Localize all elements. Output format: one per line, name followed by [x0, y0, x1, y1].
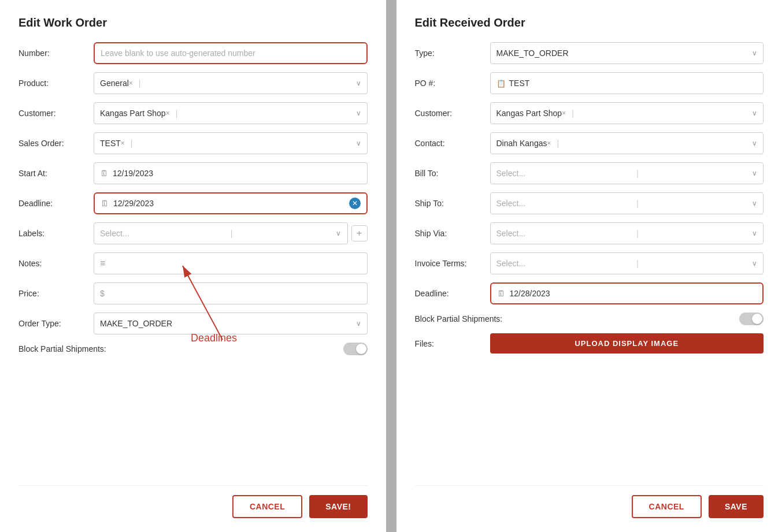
dollar-icon: $ — [100, 289, 105, 298]
deadline-clear-icon: ✕ — [352, 199, 358, 207]
order-type-label: Order Type: — [18, 319, 94, 328]
upload-display-image-button[interactable]: UPLOAD DISPLAY IMAGE — [490, 333, 764, 354]
ship-to-chevron-icon[interactable]: ∨ — [752, 199, 757, 207]
product-label: Product: — [18, 79, 94, 88]
right-customer-separator: | — [572, 109, 574, 118]
right-deadline-row: Deadline: 🗓 12/28/2023 — [415, 282, 764, 304]
type-select[interactable]: MAKE_TO_ORDER ∨ — [490, 42, 764, 64]
order-type-chevron-icon[interactable]: ∨ — [356, 319, 361, 328]
ship-to-placeholder: Select... — [496, 199, 526, 208]
order-type-select[interactable]: MAKE_TO_ORDER ∨ — [94, 312, 368, 334]
product-clear-icon[interactable]: × — [129, 79, 133, 87]
right-customer-chevron-icon[interactable]: ∨ — [752, 109, 757, 117]
start-at-label: Start At: — [18, 169, 94, 178]
deadline-input[interactable]: 🗓 12/29/2023 ✕ — [94, 192, 368, 214]
ship-via-separator: | — [636, 229, 639, 238]
right-footer: CANCEL SAVE — [415, 485, 764, 518]
bill-to-placeholder: Select... — [496, 169, 526, 178]
price-input[interactable]: $ — [94, 282, 368, 304]
number-input[interactable]: Leave blank to use auto-generated number — [94, 42, 368, 64]
right-customer-label: Customer: — [415, 109, 490, 118]
labels-placeholder: Select... — [100, 229, 129, 238]
sales-order-separator: | — [131, 139, 133, 148]
right-block-partial-row: Block Partial Shipments: — [415, 312, 764, 325]
po-row: PO #: 📋 TEST — [415, 72, 764, 94]
contact-clear-icon[interactable]: × — [547, 139, 551, 147]
ship-via-row: Ship Via: Select... | ∨ — [415, 222, 764, 244]
bill-to-select[interactable]: Select... | ∨ — [490, 162, 764, 184]
panel-divider — [386, 0, 396, 532]
type-value: MAKE_TO_ORDER — [496, 49, 569, 58]
ship-to-label: Ship To: — [415, 199, 490, 208]
right-customer-select[interactable]: Kangas Part Shop × | ∨ — [490, 102, 764, 124]
invoice-terms-chevron-icon[interactable]: ∨ — [752, 259, 757, 267]
customer-chevron-icon[interactable]: ∨ — [356, 109, 361, 117]
contact-chevron-icon[interactable]: ∨ — [752, 139, 757, 147]
type-label: Type: — [415, 49, 490, 58]
po-value: TEST — [509, 79, 530, 88]
invoice-terms-select[interactable]: Select... | ∨ — [490, 252, 764, 274]
deadline-label: Deadline: — [18, 199, 94, 208]
labels-add-button[interactable]: + — [351, 225, 368, 241]
left-cancel-button[interactable]: CANCEL — [232, 495, 302, 518]
right-save-button[interactable]: SAVE — [709, 495, 764, 518]
labels-chevron-icon[interactable]: ∨ — [336, 229, 341, 237]
deadline-value: 12/29/2023 — [113, 199, 154, 208]
start-at-row: Start At: 🗓 12/19/2023 — [18, 162, 368, 184]
ship-via-placeholder: Select... — [496, 229, 526, 238]
labels-row: Labels: Select... | ∨ + — [18, 222, 368, 244]
start-at-calendar-icon: 🗓 — [100, 169, 108, 178]
contact-label: Contact: — [415, 139, 490, 148]
deadline-row: Deadline: 🗓 12/29/2023 ✕ — [18, 192, 368, 214]
right-customer-row: Customer: Kangas Part Shop × | ∨ — [415, 102, 764, 124]
po-icon: 📋 — [496, 79, 506, 88]
bill-to-chevron-icon[interactable]: ∨ — [752, 169, 757, 177]
right-panel-title: Edit Received Order — [415, 16, 764, 29]
left-save-button[interactable]: SAVE! — [309, 495, 367, 518]
product-value: General — [100, 79, 129, 88]
contact-select[interactable]: Dinah Kangas × | ∨ — [490, 132, 764, 154]
product-chevron-icon[interactable]: ∨ — [356, 79, 361, 87]
right-deadline-calendar-icon: 🗓 — [497, 289, 505, 298]
po-input[interactable]: 📋 TEST — [490, 72, 764, 94]
labels-select[interactable]: Select... | ∨ — [94, 222, 348, 244]
ship-via-chevron-icon[interactable]: ∨ — [752, 229, 757, 237]
bill-to-label: Bill To: — [415, 169, 490, 178]
block-partial-label: Block Partial Shipments: — [18, 344, 343, 354]
contact-value: Dinah Kangas — [496, 139, 547, 148]
product-separator: | — [139, 79, 141, 88]
block-partial-toggle[interactable] — [343, 343, 368, 355]
price-row: Price: $ — [18, 282, 368, 304]
right-deadline-input[interactable]: 🗓 12/28/2023 — [490, 282, 764, 304]
sales-order-select[interactable]: TEST × | ∨ — [94, 132, 368, 154]
notes-row: Notes: ≡ — [18, 252, 368, 274]
block-partial-row: Block Partial Shipments: — [18, 343, 368, 355]
ship-via-label: Ship Via: — [415, 229, 490, 238]
sales-order-clear-icon[interactable]: × — [121, 139, 125, 147]
bill-to-separator: | — [636, 169, 639, 178]
type-chevron-icon[interactable]: ∨ — [752, 49, 757, 57]
customer-clear-icon[interactable]: × — [166, 109, 170, 117]
customer-select[interactable]: Kangas Part Shop × | ∨ — [94, 102, 368, 124]
start-at-input[interactable]: 🗓 12/19/2023 — [94, 162, 368, 184]
invoice-terms-separator: | — [636, 259, 639, 268]
right-panel: Edit Received Order Type: MAKE_TO_ORDER … — [396, 0, 783, 532]
left-panel-title: Edit Work Order — [18, 16, 368, 29]
sales-order-row: Sales Order: TEST × | ∨ — [18, 132, 368, 154]
right-customer-clear-icon[interactable]: × — [562, 109, 566, 117]
deadline-clear-button[interactable]: ✕ — [349, 198, 361, 209]
ship-via-select[interactable]: Select... | ∨ — [490, 222, 764, 244]
notes-icon: ≡ — [100, 258, 105, 269]
sales-order-value: TEST — [100, 139, 121, 148]
sales-order-chevron-icon[interactable]: ∨ — [356, 139, 361, 147]
ship-to-select[interactable]: Select... | ∨ — [490, 192, 764, 214]
right-cancel-button[interactable]: CANCEL — [632, 495, 702, 518]
labels-label: Labels: — [18, 229, 94, 238]
po-label: PO #: — [415, 79, 490, 88]
right-block-partial-toggle[interactable] — [739, 312, 764, 325]
files-label: Files: — [415, 339, 490, 348]
notes-input[interactable]: ≡ — [94, 252, 368, 274]
number-placeholder: Leave blank to use auto-generated number — [101, 49, 255, 58]
product-select[interactable]: General × | ∨ — [94, 72, 368, 94]
files-row: Files: UPLOAD DISPLAY IMAGE — [415, 333, 764, 354]
